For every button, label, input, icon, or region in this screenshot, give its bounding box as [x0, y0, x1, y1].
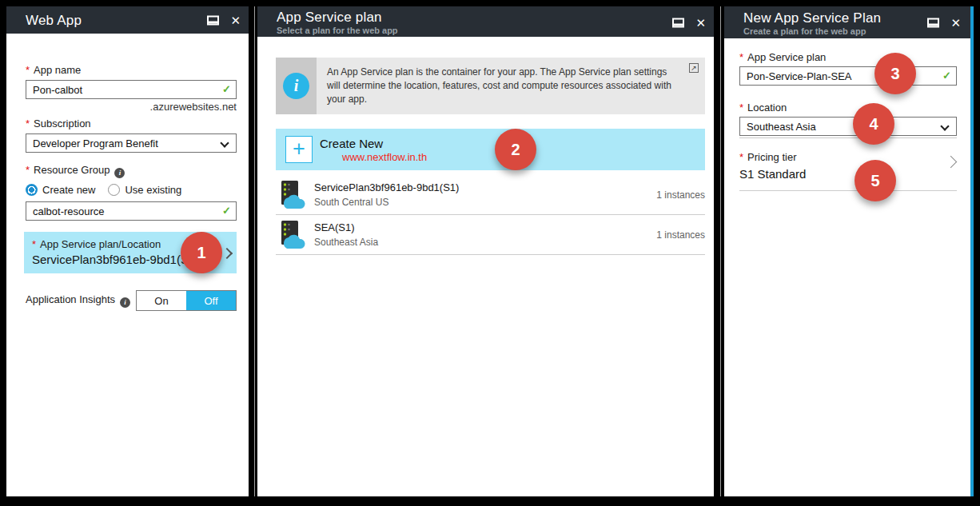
close-icon[interactable]: ✕ [695, 17, 706, 29]
step-badge-4: 4 [853, 103, 894, 145]
step-badge-5: 5 [855, 160, 896, 201]
app-service-plan-icon [276, 220, 306, 250]
resource-group-input[interactable] [26, 201, 237, 221]
app-service-plan-icon [276, 180, 306, 210]
plan-name: ServicePlan3bf961eb-9bd1(S1) [314, 181, 459, 194]
radio-selected-icon[interactable] [26, 184, 38, 196]
app-name-input[interactable] [26, 80, 237, 99]
create-new-label: Create New [320, 137, 427, 150]
insights-off-button[interactable]: Off [186, 291, 236, 310]
info-icon: i [114, 168, 125, 178]
maximize-icon[interactable] [207, 15, 219, 25]
step-badge-2: 2 [495, 129, 536, 170]
section-divider [739, 190, 957, 191]
radio-use-existing[interactable]: Use existing [108, 184, 181, 196]
app-name-label: *App name [26, 64, 237, 77]
blade-app-service-plan: App Service plan Select a plan for the w… [257, 6, 714, 496]
required-marker: * [739, 151, 743, 163]
plan-name: SEA(S1) [314, 221, 378, 234]
info-banner-icon-cell: i [276, 58, 317, 114]
chevron-right-icon [221, 248, 233, 259]
subscription-label: *Subscription [26, 118, 237, 130]
blade-web-app-header: Web App ✕ [6, 6, 249, 34]
blade-new-plan-header: New App Service Plan Create a plan for t… [724, 6, 970, 38]
application-insights-toggle: On Off [136, 290, 237, 311]
maximize-icon[interactable] [672, 18, 684, 27]
step-badge-1: 1 [181, 232, 222, 273]
chevron-down-icon [220, 138, 229, 147]
new-plan-name-input[interactable] [739, 66, 957, 86]
close-icon[interactable]: ✕ [950, 17, 961, 29]
location-label: *Location [739, 102, 957, 114]
create-new-plan-button[interactable]: + Create New www.nextflow.in.th [276, 129, 705, 170]
blade-separator [254, 6, 255, 496]
step-badge-3: 3 [874, 53, 916, 94]
plan-list-item[interactable]: ServicePlan3bf961eb-9bd1(S1) South Centr… [276, 175, 705, 215]
subscription-value: Developer Program Benefit [33, 137, 158, 149]
pricing-tier-selector[interactable]: *Pricing tier S1 Standard [739, 151, 957, 191]
required-marker: * [26, 164, 30, 176]
watermark-text: www.nextflow.in.th [342, 151, 427, 163]
plan-instances: 1 instances [656, 189, 705, 201]
radio-unselected-icon[interactable] [108, 184, 120, 196]
info-banner-text: An App Service plan is the container for… [317, 58, 705, 114]
section-divider [739, 137, 957, 138]
required-marker: * [739, 51, 743, 63]
blade-plan-header: App Service plan Select a plan for the w… [257, 6, 714, 37]
application-insights-label: Application Insightsi [26, 293, 130, 308]
resource-group-label: *Resource Groupi [26, 164, 237, 178]
info-icon: i [283, 73, 309, 99]
pricing-tier-label: *Pricing tier [739, 151, 957, 164]
pricing-tier-value: S1 Standard [739, 166, 957, 182]
plan-location: South Central US [314, 197, 459, 208]
location-dropdown[interactable]: Southeast Asia [739, 117, 957, 136]
info-icon: i [120, 297, 130, 308]
close-icon[interactable]: ✕ [230, 14, 241, 26]
required-marker: * [739, 102, 743, 114]
plan-list-item[interactable]: SEA(S1) Southeast Asia 1 instances [276, 215, 705, 255]
blade-title: Web App [26, 13, 82, 28]
required-marker: * [32, 238, 36, 250]
external-link-icon[interactable]: ↗ [689, 63, 699, 73]
radio-create-new[interactable]: Create new [26, 184, 95, 196]
insights-on-button[interactable]: On [137, 291, 186, 310]
maximize-icon[interactable] [927, 18, 939, 27]
plan-location: Southeast Asia [314, 237, 378, 248]
required-marker: * [26, 64, 30, 76]
blade-new-app-service-plan: New App Service Plan Create a plan for t… [724, 6, 974, 496]
info-banner: i An App Service plan is the container f… [276, 58, 705, 114]
required-marker: * [26, 118, 30, 129]
domain-suffix: .azurewebsites.net [26, 101, 237, 113]
blade-title: App Service plan [277, 10, 714, 25]
new-plan-name-label: *App Service plan [739, 51, 957, 64]
blade-separator [720, 6, 721, 496]
blade-subtitle: Select a plan for the web app [277, 26, 714, 36]
chevron-down-icon [940, 122, 949, 130]
location-value: Southeast Asia [747, 121, 816, 133]
plan-instances: 1 instances [656, 229, 705, 241]
subscription-dropdown[interactable]: Developer Program Benefit [26, 133, 237, 153]
plus-icon: + [285, 136, 313, 163]
